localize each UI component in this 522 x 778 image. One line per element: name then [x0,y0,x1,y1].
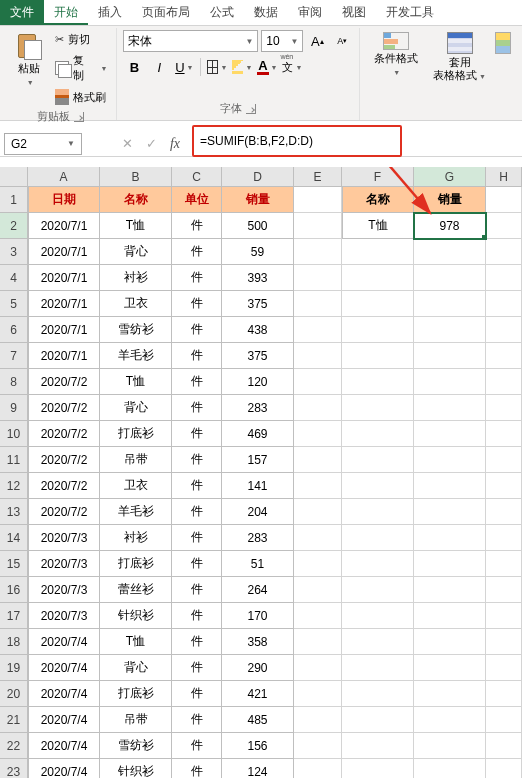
cell-B12[interactable]: 卫衣 [100,473,172,499]
cell-E1[interactable] [294,187,342,213]
cell-E8[interactable] [294,369,342,395]
cell-E21[interactable] [294,707,342,733]
insert-function-button[interactable]: fx [164,136,186,152]
enter-formula-button[interactable]: ✓ [140,136,162,152]
cell-A7[interactable]: 2020/7/1 [28,343,100,369]
cell-D10[interactable]: 469 [222,421,294,447]
cell-B7[interactable]: 羊毛衫 [100,343,172,369]
cell-D16[interactable]: 264 [222,577,294,603]
col-header-F[interactable]: F [342,167,414,187]
cell-D4[interactable]: 393 [222,265,294,291]
cell-E5[interactable] [294,291,342,317]
paste-button[interactable]: 粘贴▼ [10,30,48,90]
cell-A18[interactable]: 2020/7/4 [28,629,100,655]
cell-E11[interactable] [294,447,342,473]
cell-H8[interactable] [486,369,522,395]
cell-C23[interactable]: 件 [172,759,222,778]
cell-F17[interactable] [342,603,414,629]
cell-B11[interactable]: 吊带 [100,447,172,473]
clipboard-launcher[interactable] [74,112,84,122]
cell-H18[interactable] [486,629,522,655]
cell-G19[interactable] [414,655,486,681]
tab-formula[interactable]: 公式 [200,0,244,25]
cell-B3[interactable]: 背心 [100,239,172,265]
cell-F7[interactable] [342,343,414,369]
cell-D12[interactable]: 141 [222,473,294,499]
cell-G7[interactable] [414,343,486,369]
row-header-21[interactable]: 21 [0,707,28,733]
col-header-C[interactable]: C [172,167,222,187]
cell-D20[interactable]: 421 [222,681,294,707]
row-header-22[interactable]: 22 [0,733,28,759]
col-header-A[interactable]: A [28,167,100,187]
cell-E18[interactable] [294,629,342,655]
cell-B4[interactable]: 衬衫 [100,265,172,291]
copy-button[interactable]: 复制▼ [52,51,110,85]
cell-D9[interactable]: 283 [222,395,294,421]
cell-G2[interactable]: 978 [414,213,486,239]
cell-C3[interactable]: 件 [172,239,222,265]
cell-G23[interactable] [414,759,486,778]
cell-G17[interactable] [414,603,486,629]
cell-E19[interactable] [294,655,342,681]
format-as-table-button[interactable]: 套用 表格格式▼ [429,30,490,84]
cell-F20[interactable] [342,681,414,707]
cell-E4[interactable] [294,265,342,291]
cell-G15[interactable] [414,551,486,577]
cell-B13[interactable]: 羊毛衫 [100,499,172,525]
cell-H2[interactable] [486,213,522,239]
cell-B2[interactable]: T恤 [100,213,172,239]
cell-B9[interactable]: 背心 [100,395,172,421]
row-header-8[interactable]: 8 [0,369,28,395]
cell-G14[interactable] [414,525,486,551]
cell-H12[interactable] [486,473,522,499]
cell-D17[interactable]: 170 [222,603,294,629]
cell-D11[interactable]: 157 [222,447,294,473]
cell-C7[interactable]: 件 [172,343,222,369]
formula-input[interactable]: =SUMIF(B:B,F2,D:D) [200,134,313,148]
cell-F2[interactable]: T恤 [342,213,414,239]
cell-A11[interactable]: 2020/7/2 [28,447,100,473]
cell-H5[interactable] [486,291,522,317]
cell-E23[interactable] [294,759,342,778]
cell-E16[interactable] [294,577,342,603]
cell-G9[interactable] [414,395,486,421]
cell-H1[interactable] [486,187,522,213]
cell-A17[interactable]: 2020/7/3 [28,603,100,629]
cell-F12[interactable] [342,473,414,499]
cell-F5[interactable] [342,291,414,317]
tab-layout[interactable]: 页面布局 [132,0,200,25]
cell-C5[interactable]: 件 [172,291,222,317]
cell-C17[interactable]: 件 [172,603,222,629]
cell-F10[interactable] [342,421,414,447]
cell-H21[interactable] [486,707,522,733]
row-header-17[interactable]: 17 [0,603,28,629]
cell-F19[interactable] [342,655,414,681]
cell-E12[interactable] [294,473,342,499]
cell-E20[interactable] [294,681,342,707]
cell-C19[interactable]: 件 [172,655,222,681]
cell-G18[interactable] [414,629,486,655]
cell-A16[interactable]: 2020/7/3 [28,577,100,603]
row-header-18[interactable]: 18 [0,629,28,655]
cell-B23[interactable]: 针织衫 [100,759,172,778]
cell-D15[interactable]: 51 [222,551,294,577]
cell-C20[interactable]: 件 [172,681,222,707]
cell-A19[interactable]: 2020/7/4 [28,655,100,681]
cell-G6[interactable] [414,317,486,343]
cell-H6[interactable] [486,317,522,343]
cell-C10[interactable]: 件 [172,421,222,447]
cell-C8[interactable]: 件 [172,369,222,395]
cell-D22[interactable]: 156 [222,733,294,759]
cell-G1[interactable]: 销量 [414,187,486,213]
cell-B19[interactable]: 背心 [100,655,172,681]
cell-E13[interactable] [294,499,342,525]
cell-A14[interactable]: 2020/7/3 [28,525,100,551]
cell-D5[interactable]: 375 [222,291,294,317]
cell-F4[interactable] [342,265,414,291]
cell-D7[interactable]: 375 [222,343,294,369]
cell-G22[interactable] [414,733,486,759]
shrink-font-button[interactable]: A▾ [331,30,353,52]
cell-H3[interactable] [486,239,522,265]
cell-G8[interactable] [414,369,486,395]
